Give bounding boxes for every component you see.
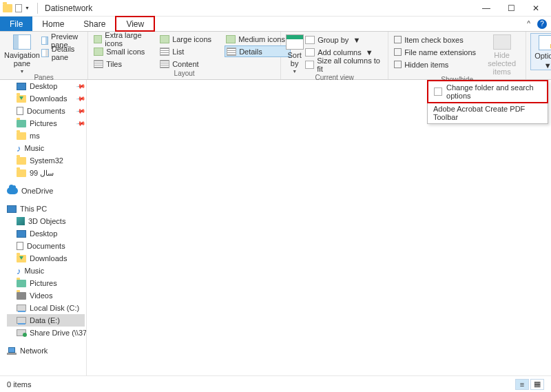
group-by-button[interactable]: Group by▼ [304,34,384,45]
quick-access-toolbar: ▼ [3,3,42,14]
tree-item-pc-documents[interactable]: Documents [7,240,85,252]
folder-options-icon [434,87,442,96]
group-options: Options ▼ [526,32,551,79]
tree-item-documents[interactable]: Documents📌 [7,105,85,117]
pictures-icon [17,120,26,127]
tab-view[interactable]: View [115,16,155,32]
tree-item-system32[interactable]: System32 [7,154,85,167]
tree-item-sal99[interactable]: سال 99 [7,167,85,179]
ribbon-tabs: File Home Share View ^ ? [0,17,551,32]
ribbon-view: Navigation pane ▼ Preview pane Details p… [0,32,551,80]
tree-item-thispc[interactable]: This PC [7,203,85,215]
tree-item-pc-pictures[interactable]: Pictures [7,277,85,289]
chevron-down-icon: ▼ [292,69,297,74]
preview-pane-icon [41,37,48,45]
help-icon[interactable]: ? [537,19,547,29]
folder-icon [3,4,12,12]
music-icon: ♪ [17,267,21,275]
navigation-pane-icon [13,34,31,50]
menu-adobe-toolbar[interactable]: Adobe Acrobat Create PDF Toolbar [428,103,548,123]
pin-icon: 📌 [76,94,86,104]
folder-icon [17,157,26,165]
tree-item-share-drive[interactable]: Share Drive (\\37.23 [7,327,85,339]
layout-list[interactable]: List [158,45,220,57]
size-columns-button[interactable]: Size all columns to fit [304,59,384,70]
qat-dropdown-icon[interactable]: ▼ [25,6,30,10]
options-icon [539,35,551,50]
downloads-icon [17,95,26,103]
minimize-button[interactable]: — [474,0,499,17]
tree-item-pc-music[interactable]: ♪Music [7,265,85,277]
checkbox-icon [394,48,402,56]
tree-item-pc-desktop[interactable]: Desktop [7,227,85,240]
documents-icon [17,242,23,250]
thumbnails-view-toggle[interactable]: ▦ [530,379,544,390]
details-view-icon [227,48,236,56]
tree-item-pictures[interactable]: Pictures📌 [7,117,85,130]
details-pane-button[interactable]: Details pane [40,47,83,59]
navigation-tree[interactable]: Desktop📌 Downloads📌 Documents📌 Pictures📌… [0,80,87,375]
close-button[interactable]: ✕ [523,0,548,17]
details-view-toggle[interactable]: ≡ [515,379,529,390]
tiles-icon [94,60,103,68]
list-icon [160,48,169,56]
hide-selected-icon [493,34,511,50]
layout-small[interactable]: Small icons [92,45,154,57]
tree-item-downloads[interactable]: Downloads📌 [7,92,85,105]
options-button[interactable]: Options ▼ [530,33,551,70]
network-drive-icon [17,329,26,336]
layout-content[interactable]: Content [158,58,220,70]
navigation-pane-button[interactable]: Navigation pane ▼ [4,33,40,74]
desktop-icon [17,83,26,90]
file-list-area[interactable] [87,80,551,375]
content-area: Desktop📌 Downloads📌 Documents📌 Pictures📌… [0,80,551,375]
maximize-button[interactable]: ☐ [499,0,523,17]
layout-tiles[interactable]: Tiles [92,58,154,70]
ribbon-collapse-icon[interactable]: ^ [527,20,530,28]
title-bar: ▼ Datisnetwork — ☐ ✕ [0,0,551,17]
view-mode-toggles: ≡ ▦ [515,379,544,390]
tree-item-onedrive[interactable]: OneDrive [7,185,85,197]
tab-file[interactable]: File [0,17,32,31]
layout-large[interactable]: Large icons [158,33,220,45]
group-by-icon [305,36,315,44]
sort-by-button[interactable]: Sort by ▼ [285,33,304,74]
tree-item-3dobjects[interactable]: 3D Objects [7,215,85,227]
tree-item-pc-videos[interactable]: Videos [7,289,85,302]
chevron-down-icon: ▼ [20,69,25,74]
tree-item-disk-e[interactable]: Data (E:) [7,314,85,327]
desktop-icon [17,230,26,238]
tree-item-music[interactable]: ♪Music [7,142,85,154]
downloads-icon [17,255,26,262]
tree-item-ms[interactable]: ms [7,130,85,142]
group-layout: Extra large icons Small icons Tiles Larg… [88,32,281,79]
details-pane-icon [41,49,49,57]
chevron-down-icon: ▼ [353,36,360,44]
details-view-icon: ≡ [520,380,524,389]
group-current-view: Sort by ▼ Group by▼ Add columns▼ Size al… [281,32,388,79]
layout-extra-large[interactable]: Extra large icons [92,33,154,45]
tree-item-network[interactable]: Network [7,344,85,357]
content-icon [160,60,169,68]
menu-change-folder-options[interactable]: Change folder and search options [427,80,548,103]
tree-item-disk-c[interactable]: Local Disk (C:) [7,302,85,314]
thispc-icon [7,205,17,213]
onedrive-icon [7,187,18,194]
pin-icon: 📌 [76,118,86,129]
disk-icon [17,305,26,311]
tab-share[interactable]: Share [74,17,115,31]
documents-icon [17,107,23,115]
tab-home[interactable]: Home [32,17,74,31]
hide-selected-button: Hide selected items [482,33,521,76]
tree-item-pc-downloads[interactable]: Downloads [7,252,85,265]
thumbnails-view-icon: ▦ [534,380,541,389]
3d-objects-icon [17,217,25,225]
tree-item-desktop[interactable]: Desktop📌 [7,80,85,92]
file-extensions-toggle[interactable]: File name extensions [393,46,482,58]
hidden-items-toggle[interactable]: Hidden items [393,59,482,70]
music-icon: ♪ [17,145,21,152]
item-checkboxes-toggle[interactable]: Item check boxes [393,34,482,45]
pin-icon: 📌 [76,81,86,92]
window-title: Datisnetwork [45,3,92,13]
videos-icon [17,292,26,300]
